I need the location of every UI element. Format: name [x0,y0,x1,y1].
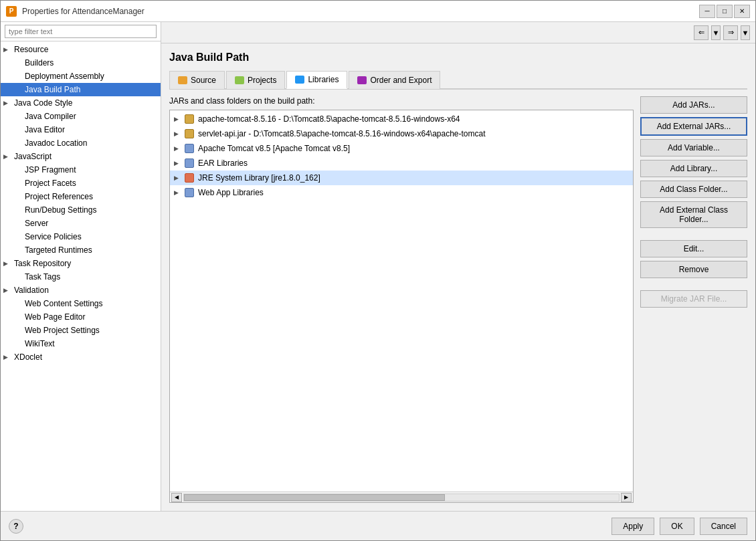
sidebar-item-label: Web Project Settings [25,326,100,335]
cancel-button[interactable]: Cancel [700,518,747,535]
sidebar-item-targeted-runtimes[interactable]: Targeted Runtimes [1,243,161,257]
search-input[interactable] [5,25,157,38]
sidebar-item-wikitext[interactable]: WikiText [1,337,161,350]
jar-expand-icon: ▶ [174,175,181,181]
jar-expand-icon: ▶ [174,130,181,137]
sidebar-item-web-page-editor[interactable]: Web Page Editor [1,310,161,324]
sidebar-item-builders[interactable]: Builders [1,56,161,70]
action-btn-add-external-class-folder-[interactable]: Add External Class Folder... [640,201,747,228]
sidebar-item-javadoc-location[interactable]: Javadoc Location [1,136,161,150]
sidebar-item-task-repository[interactable]: ▶Task Repository [1,257,161,270]
tab-icon-libraries [295,76,304,84]
right-panel: ⇐ ▼ ⇒ ▼ Java Build Path SourceProjectsLi… [161,22,755,511]
bottom-bar: ? Apply OK Cancel [1,511,755,540]
sidebar-item-validation[interactable]: ▶Validation [1,284,161,297]
jar-item[interactable]: ▶servlet-api.jar - D:\Tomcat8.5\apache-t… [170,126,633,141]
horizontal-scrollbar[interactable]: ◀ ▶ [170,492,633,502]
expand-arrow-icon: ▶ [3,260,11,267]
tab-label: Source [191,76,216,85]
sidebar-item-jsp-fragment[interactable]: JSP Fragment [1,163,161,177]
window-icon: P [6,6,17,17]
jar-item[interactable]: ▶JRE System Library [jre1.8.0_162] [170,171,633,185]
help-button[interactable]: ? [9,519,23,534]
sidebar-item-java-compiler[interactable]: Java Compiler [1,110,161,123]
sidebar-item-label: Project Facets [25,179,76,188]
close-button[interactable]: ✕ [734,5,750,18]
sidebar-item-label: XDoclet [14,352,42,362]
sidebar-item-web-content-settings[interactable]: Web Content Settings [1,297,161,310]
jar-item-text: EAR Libraries [198,158,629,168]
action-btn-add-external-jars-[interactable]: Add External JARs... [640,117,747,136]
sidebar: ▶ResourceBuildersDeployment AssemblyJava… [1,22,161,511]
sidebar-item-label: Java Compiler [25,112,76,121]
tab-label: Libraries [308,75,339,84]
apply-button[interactable]: Apply [611,518,654,535]
scroll-left-button[interactable]: ◀ [171,493,182,502]
action-btn-remove[interactable]: Remove [640,261,747,278]
sidebar-item-java-editor[interactable]: Java Editor [1,123,161,136]
jar-item[interactable]: ▶Apache Tomcat v8.5 [Apache Tomcat v8.5] [170,141,633,156]
jar-expand-icon: ▶ [174,189,181,196]
jar-type-icon [184,143,195,154]
sidebar-item-label: Task Repository [14,259,71,268]
forward-button[interactable]: ⇒ [723,25,738,40]
sidebar-item-web-project-settings[interactable]: Web Project Settings [1,324,161,337]
sidebar-item-java-build-path[interactable]: Java Build Path [1,83,161,96]
sidebar-item-task-tags[interactable]: Task Tags [1,270,161,284]
jar-expand-icon: ▶ [174,116,181,122]
sidebar-item-label: Task Tags [25,272,60,282]
maximize-button[interactable]: □ [717,5,733,18]
sidebar-item-project-references[interactable]: Project References [1,190,161,203]
action-btn-add-class-folder-[interactable]: Add Class Folder... [640,181,747,198]
sidebar-item-java-code-style[interactable]: ▶Java Code Style [1,96,161,110]
back-button[interactable]: ⇐ [694,25,708,40]
jar-type-icon [184,158,195,169]
scroll-track[interactable] [183,494,620,502]
jar-item[interactable]: ▶apache-tomcat-8.5.16 - D:\Tomcat8.5\apa… [170,112,633,126]
action-btn-add-variable-[interactable]: Add Variable... [640,139,747,156]
action-btn-add-library-[interactable]: Add Library... [640,160,747,177]
tab-icon-source [178,76,187,84]
jar-item[interactable]: ▶Web App Libraries [170,185,633,200]
sidebar-item-xdoclet[interactable]: ▶XDoclet [1,350,161,364]
back-dropdown-button[interactable]: ▼ [711,25,721,40]
action-btn-add-jars-[interactable]: Add JARs... [640,96,747,114]
sidebar-item-service-policies[interactable]: Service Policies [1,230,161,243]
bottom-left: ? [9,519,606,534]
jar-item-text: Apache Tomcat v8.5 [Apache Tomcat v8.5] [198,144,629,153]
title-bar: P Properties for AttendanceManager ─ □ ✕ [1,1,755,22]
sidebar-item-resource[interactable]: ▶Resource [1,43,161,56]
jar-list-label: JARs and class folders on the build path… [169,96,634,106]
action-btn-edit-[interactable]: Edit... [640,240,747,257]
ok-button[interactable]: OK [660,518,694,535]
tab-icon-order-and-export [357,76,367,84]
sidebar-item-project-facets[interactable]: Project Facets [1,177,161,190]
button-panel: Add JARs...Add External JARs...Add Varia… [640,96,747,503]
sidebar-item-label: Service Policies [25,232,82,241]
sidebar-item-server[interactable]: Server [1,217,161,230]
sidebar-item-run/debug-settings[interactable]: Run/Debug Settings [1,203,161,217]
tab-source[interactable]: Source [169,71,225,89]
expand-arrow-icon: ▶ [3,153,11,160]
jar-item-text: Web App Libraries [198,188,629,197]
window-controls: ─ □ ✕ [699,5,750,18]
forward-dropdown-button[interactable]: ▼ [741,25,750,40]
scroll-thumb [184,494,445,501]
tab-libraries[interactable]: Libraries [286,71,347,89]
sidebar-item-javascript[interactable]: ▶JavaScript [1,150,161,163]
sidebar-item-label: WikiText [25,339,55,348]
tab-projects[interactable]: Projects [226,71,285,89]
action-btn-migrate-jar-file-: Migrate JAR File... [640,290,747,308]
jar-item[interactable]: ▶EAR Libraries [170,156,633,171]
jar-type-icon [184,128,195,139]
sidebar-item-label: Targeted Runtimes [25,245,92,255]
scroll-right-button[interactable]: ▶ [621,493,632,502]
sidebar-item-label: Javadoc Location [25,138,87,148]
minimize-button[interactable]: ─ [699,5,715,18]
jar-list-inner[interactable]: ▶apache-tomcat-8.5.16 - D:\Tomcat8.5\apa… [170,110,633,492]
sidebar-item-label: Project References [25,192,93,201]
expand-arrow-icon: ▶ [3,100,11,106]
sidebar-item-deployment-assembly[interactable]: Deployment Assembly [1,70,161,83]
tab-icon-projects [235,76,244,84]
tab-order-and-export[interactable]: Order and Export [349,71,440,89]
